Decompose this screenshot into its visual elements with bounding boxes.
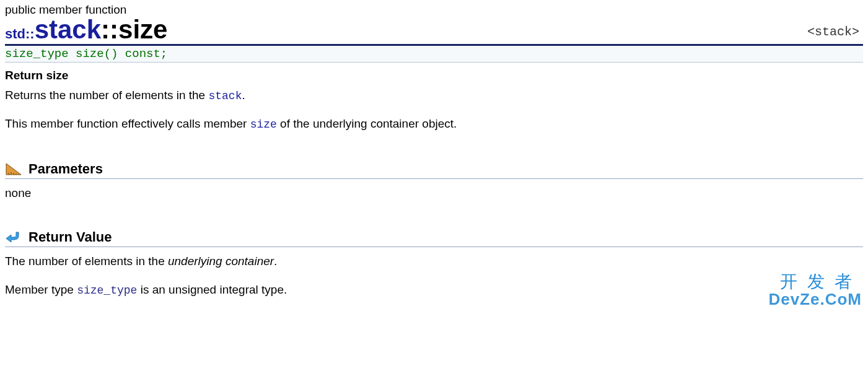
parameters-heading: Parameters: [5, 161, 863, 179]
text: The number of elements in the: [5, 255, 168, 268]
header-include[interactable]: <stack>: [807, 25, 863, 44]
brief-description: Return size: [5, 69, 863, 82]
text: Returns the number of elements in the: [5, 89, 208, 102]
return-value-line2: Member type size_type is an unsigned int…: [5, 282, 863, 298]
class-name[interactable]: stack: [35, 15, 101, 44]
return-value-heading: Return Value: [5, 229, 863, 247]
text: is an unsigned integral type.: [137, 283, 287, 296]
stack-link[interactable]: stack: [208, 90, 242, 102]
return-value-line1: The number of elements in the underlying…: [5, 253, 863, 269]
member-name: size: [118, 15, 167, 44]
parameters-body: none: [5, 185, 863, 201]
namespace: std::: [5, 26, 35, 41]
text: This member function effectively calls m…: [5, 117, 250, 130]
underlying-container-link[interactable]: underlying container: [168, 255, 274, 268]
title-row: std::stack::size <stack>: [5, 17, 863, 46]
text: of the underlying container object.: [277, 117, 457, 130]
heading-text: Return Value: [28, 229, 112, 245]
size-link[interactable]: size: [250, 118, 277, 131]
heading-text: Parameters: [28, 161, 103, 177]
text: .: [242, 89, 245, 102]
text: Member type: [5, 283, 77, 296]
description-2: This member function effectively calls m…: [5, 116, 863, 132]
size-type-code: size_type: [77, 284, 137, 297]
ruler-icon: [5, 162, 22, 177]
description-1: Returns the number of elements in the st…: [5, 87, 863, 103]
text: .: [274, 255, 277, 268]
scope-sep: ::: [101, 15, 118, 44]
return-arrow-icon: [5, 230, 22, 245]
page-title: std::stack::size: [5, 17, 167, 44]
function-signature: size_type size() const;: [5, 46, 863, 63]
